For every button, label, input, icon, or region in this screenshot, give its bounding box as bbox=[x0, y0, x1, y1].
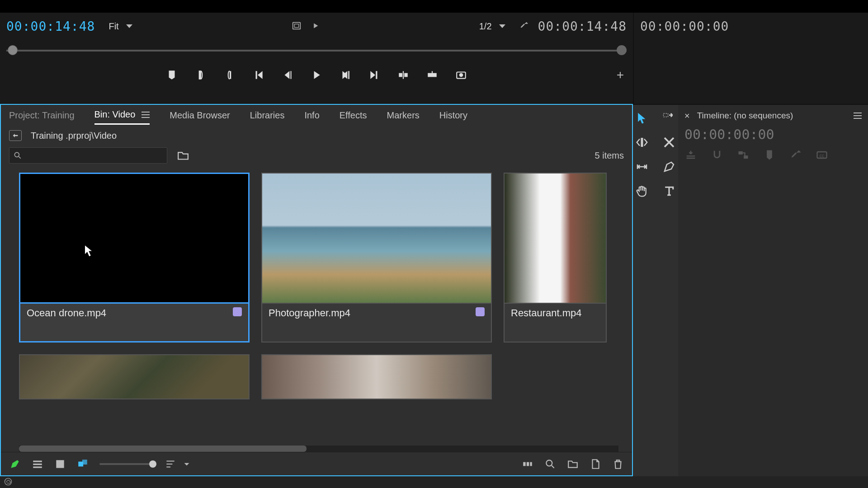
track-select-tool[interactable] bbox=[661, 110, 677, 126]
source-resolution-dropdown[interactable]: 1/2 bbox=[475, 19, 510, 33]
list-view-button[interactable] bbox=[32, 458, 43, 470]
clear-button[interactable] bbox=[612, 458, 624, 470]
source-out-handle[interactable] bbox=[617, 45, 627, 55]
clip-thumb[interactable] bbox=[504, 173, 607, 304]
tab-markers[interactable]: Markers bbox=[387, 110, 420, 124]
selection-tool[interactable] bbox=[634, 110, 650, 126]
source-zoom-fit-dropdown[interactable]: Fit bbox=[104, 19, 137, 33]
search-icon bbox=[13, 151, 22, 160]
sort-dropdown-icon[interactable] bbox=[181, 458, 193, 470]
program-timecode[interactable]: 00:00:00:00 bbox=[640, 19, 729, 34]
linked-selection-icon[interactable] bbox=[737, 149, 750, 163]
clip-row-2 bbox=[19, 354, 618, 399]
sort-icons-button[interactable] bbox=[165, 458, 176, 470]
mark-in-button[interactable] bbox=[193, 67, 208, 83]
source-top-icons bbox=[292, 21, 320, 32]
tab-media-browser[interactable]: Media Browser bbox=[170, 110, 230, 124]
slip-tool[interactable] bbox=[634, 159, 650, 174]
project-search-input[interactable] bbox=[9, 147, 167, 164]
play-button[interactable] bbox=[309, 67, 324, 83]
svg-rect-18 bbox=[664, 113, 668, 117]
program-monitor-top: 00:00:00:00 bbox=[640, 13, 862, 40]
overwrite-button[interactable] bbox=[425, 67, 440, 83]
clip-meta: Restaurant.mp4 bbox=[504, 304, 607, 343]
timeline-timecode[interactable]: 00:00:00:00 bbox=[684, 127, 862, 142]
safe-margins-icon[interactable] bbox=[292, 21, 302, 32]
add-marker-icon[interactable] bbox=[763, 149, 776, 163]
scrollbar-thumb[interactable] bbox=[19, 446, 307, 452]
monitors-row: 00:00:14:48 Fit 1/2 00:00:14:48 bbox=[0, 0, 868, 104]
clip-name[interactable]: Ocean drone.mp4 bbox=[27, 307, 106, 319]
source-time-ruler[interactable] bbox=[6, 43, 627, 56]
svg-text:cc: cc bbox=[820, 153, 825, 158]
step-forward-button[interactable] bbox=[338, 67, 353, 83]
clip-partial-5[interactable] bbox=[261, 354, 492, 399]
clip-thumb[interactable] bbox=[19, 354, 250, 399]
zoom-slider[interactable] bbox=[99, 463, 154, 465]
insert-button[interactable] bbox=[396, 67, 411, 83]
overlay-icon[interactable] bbox=[310, 21, 320, 32]
new-search-bin-icon[interactable] bbox=[177, 150, 189, 160]
new-bin-button[interactable] bbox=[567, 458, 579, 470]
tab-project[interactable]: Project: Training bbox=[9, 110, 75, 124]
icon-view-button[interactable] bbox=[54, 458, 66, 470]
write-only-toggle-icon[interactable] bbox=[9, 458, 21, 470]
clip-meta: Ocean drone.mp4 bbox=[19, 304, 250, 343]
rate-stretch-tool[interactable] bbox=[661, 135, 677, 150]
tab-info[interactable]: Info bbox=[304, 110, 319, 124]
clip-thumb[interactable] bbox=[19, 173, 250, 304]
clip-thumb[interactable] bbox=[261, 173, 492, 304]
go-to-out-button[interactable] bbox=[367, 67, 382, 83]
step-back-button[interactable] bbox=[280, 67, 295, 83]
tab-history[interactable]: History bbox=[439, 110, 467, 124]
mark-out-button[interactable] bbox=[222, 67, 237, 83]
snap-icon[interactable] bbox=[711, 149, 723, 163]
ripple-edit-tool[interactable] bbox=[634, 135, 650, 150]
insert-sequence-icon[interactable] bbox=[684, 149, 697, 163]
clip-name[interactable]: Photographer.mp4 bbox=[269, 307, 350, 319]
clip-ocean-drone[interactable]: Ocean drone.mp4 bbox=[19, 173, 250, 343]
timeline-header: × Timeline: (no sequences) bbox=[684, 108, 862, 124]
captions-icon[interactable]: cc bbox=[816, 149, 828, 163]
item-count-label: 5 items bbox=[595, 150, 624, 161]
clip-partial-4[interactable] bbox=[19, 354, 250, 399]
tab-bin-video[interactable]: Bin: Video bbox=[94, 109, 150, 125]
button-editor-plus[interactable]: + bbox=[617, 68, 624, 82]
source-transport: + bbox=[6, 62, 627, 88]
go-to-in-button[interactable] bbox=[251, 67, 266, 83]
svg-rect-1 bbox=[295, 24, 299, 27]
svg-rect-4 bbox=[428, 73, 437, 77]
creative-cloud-icon[interactable] bbox=[4, 477, 13, 488]
clip-thumb[interactable] bbox=[261, 354, 492, 399]
find-button[interactable] bbox=[544, 458, 556, 470]
panel-menu-icon[interactable] bbox=[142, 112, 150, 118]
svg-rect-16 bbox=[530, 462, 532, 466]
pen-tool[interactable] bbox=[661, 159, 677, 174]
clip-name[interactable]: Restaurant.mp4 bbox=[511, 307, 582, 319]
freeform-view-button[interactable] bbox=[77, 458, 89, 470]
source-timecode-in[interactable]: 00:00:14:48 bbox=[6, 19, 95, 34]
tab-bin-label: Bin: Video bbox=[94, 109, 136, 120]
hand-tool[interactable] bbox=[634, 183, 650, 199]
app-root: 00:00:14:48 Fit 1/2 00:00:14:48 bbox=[0, 0, 868, 488]
nav-up-button[interactable] bbox=[9, 130, 22, 141]
timeline-close-button[interactable]: × bbox=[684, 111, 690, 121]
panel-menu-icon[interactable] bbox=[854, 113, 862, 119]
slider-knob[interactable] bbox=[149, 460, 156, 468]
clip-label-color[interactable] bbox=[233, 307, 242, 316]
clip-restaurant[interactable]: Restaurant.mp4 bbox=[504, 173, 607, 343]
settings-wrench-icon[interactable] bbox=[519, 21, 529, 32]
add-marker-button[interactable] bbox=[164, 67, 179, 83]
automate-to-sequence-button[interactable] bbox=[522, 458, 533, 470]
tab-libraries[interactable]: Libraries bbox=[250, 110, 285, 124]
type-tool[interactable] bbox=[661, 183, 677, 199]
svg-rect-15 bbox=[527, 462, 529, 466]
timeline-settings-icon[interactable] bbox=[789, 149, 802, 163]
tab-effects[interactable]: Effects bbox=[340, 110, 367, 124]
clip-label-color[interactable] bbox=[476, 307, 485, 316]
project-scrollbar-h[interactable] bbox=[19, 446, 618, 452]
new-item-button[interactable] bbox=[590, 458, 601, 470]
export-frame-button[interactable] bbox=[453, 67, 469, 83]
source-playhead[interactable] bbox=[8, 45, 18, 55]
clip-photographer[interactable]: Photographer.mp4 bbox=[261, 173, 492, 343]
